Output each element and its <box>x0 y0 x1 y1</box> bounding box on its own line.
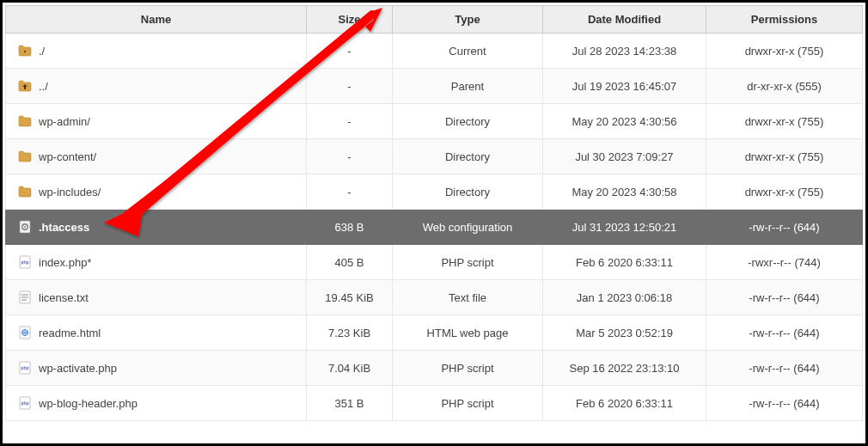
cell-date: Mar 5 2023 0:52:19 <box>543 315 706 351</box>
cell-type: PHP script <box>393 386 543 421</box>
cell-perm: -rw-r--r-- (644) <box>706 386 863 421</box>
file-name: wp-admin/ <box>39 115 90 128</box>
cell-date: Jul 19 2023 16:45:07 <box>543 69 706 104</box>
cell-name[interactable]: wp-content/ <box>6 139 307 174</box>
cell-name[interactable]: .htaccess <box>6 210 307 245</box>
cell-perm: -rw-r--r-- (644) <box>706 315 863 351</box>
col-header-perm[interactable]: Permissions <box>706 6 863 34</box>
cell-type: PHP script <box>393 351 543 386</box>
cell-type: Web configuration <box>393 210 543 245</box>
col-header-name[interactable]: Name <box>6 6 307 34</box>
file-name: ../ <box>39 80 48 93</box>
cell-date: Jan 1 2023 0:06:18 <box>543 280 706 315</box>
table-row[interactable]: wp-includes/-DirectoryMay 20 2023 4:30:5… <box>6 174 863 210</box>
table-row[interactable]: readme.html7.23 KiBHTML web pageMar 5 20… <box>6 315 863 351</box>
cell-size: - <box>307 34 393 69</box>
file-name: readme.html <box>39 327 101 339</box>
php-icon: php <box>18 361 32 375</box>
cell-name[interactable]: wp-includes/ <box>6 174 307 210</box>
cell-date: Feb 6 2020 6:33:11 <box>543 245 706 280</box>
cell-perm: -rwxr--r-- (744) <box>706 245 863 280</box>
cell-type: Text file <box>393 280 543 315</box>
folder-icon <box>18 114 32 128</box>
cell-perm: drwxr-xr-x (755) <box>706 104 863 139</box>
cell-size: 351 B <box>307 386 393 421</box>
table-row[interactable]: phpwp-blog-header.php351 BPHP scriptFeb … <box>6 386 863 421</box>
cell-name[interactable]: license.txt <box>6 280 307 315</box>
table-row[interactable]: ./-CurrentJul 28 2023 14:23:38drwxr-xr-x… <box>6 34 863 69</box>
text-icon <box>18 290 32 304</box>
table-row[interactable]: wp-admin/-DirectoryMay 20 2023 4:30:56dr… <box>6 104 863 139</box>
table-row[interactable]: license.txt19.45 KiBText fileJan 1 2023 … <box>6 280 863 315</box>
col-header-date[interactable]: Date Modified <box>543 6 706 34</box>
cell-size: 638 B <box>307 210 393 245</box>
cell-perm: drwxr-xr-x (755) <box>706 139 863 174</box>
cell-size: 7.04 KiB <box>307 351 393 386</box>
cell-size: 405 B <box>307 245 393 280</box>
col-header-type[interactable]: Type <box>393 6 543 34</box>
gear-file-icon <box>18 220 32 234</box>
file-name: .htaccess <box>39 221 89 234</box>
folder-dot-icon <box>18 44 32 58</box>
cell-perm: -rw-r--r-- (644) <box>706 351 863 386</box>
folder-icon <box>18 185 32 199</box>
cell-date: May 20 2023 4:30:56 <box>543 104 706 139</box>
cell-type: Directory <box>393 174 543 210</box>
svg-text:php: php <box>21 365 28 370</box>
cell-size: - <box>307 104 393 139</box>
cell-size: - <box>307 139 393 174</box>
file-name: wp-activate.php <box>39 362 117 375</box>
php-icon: php <box>18 396 32 410</box>
table-header-row: Name Size Type Date Modified Permissions <box>6 6 863 34</box>
cell-name[interactable]: phpindex.php* <box>6 245 307 280</box>
cell-name[interactable]: ./ <box>6 34 307 69</box>
cell-type: Directory <box>393 104 543 139</box>
cell-size: - <box>307 69 393 104</box>
cell-type: HTML web page <box>393 315 543 351</box>
col-header-size[interactable]: Size <box>307 6 393 34</box>
cell-type: Current <box>393 34 543 69</box>
cell-perm: drwxr-xr-x (755) <box>706 34 863 69</box>
cell-name[interactable]: wp-admin/ <box>6 104 307 139</box>
cell-date: May 20 2023 4:30:58 <box>543 174 706 210</box>
file-name: ./ <box>39 45 45 58</box>
file-list-viewport[interactable]: Name Size Type Date Modified Permissions… <box>5 5 863 441</box>
cell-date: Jul 30 2023 7:09:27 <box>543 139 706 174</box>
html-icon <box>18 326 32 339</box>
cell-name[interactable]: phpwp-blog-header.php <box>6 386 307 421</box>
svg-text:php: php <box>21 260 28 265</box>
cell-perm: drwxr-xr-x (755) <box>706 174 863 210</box>
cell-date: Sep 16 2022 23:13:10 <box>543 351 706 386</box>
cell-date: Feb 6 2020 6:33:11 <box>543 386 706 421</box>
folder-up-icon <box>18 79 32 93</box>
file-table: Name Size Type Date Modified Permissions… <box>5 5 863 421</box>
cell-perm: -rw-r--r-- (644) <box>706 210 863 245</box>
cell-name[interactable]: phpwp-activate.php <box>6 351 307 386</box>
cell-size: - <box>307 174 393 210</box>
table-row[interactable]: phpwp-activate.php7.04 KiBPHP scriptSep … <box>6 351 863 386</box>
file-name: license.txt <box>39 291 89 304</box>
file-name: wp-content/ <box>39 150 96 163</box>
cell-size: 19.45 KiB <box>307 280 393 315</box>
php-icon: php <box>18 255 32 269</box>
file-name: wp-blog-header.php <box>39 397 138 410</box>
cell-name[interactable]: ../ <box>6 69 307 104</box>
cell-date: Jul 31 2023 12:50:21 <box>543 210 706 245</box>
table-row[interactable]: ../-ParentJul 19 2023 16:45:07dr-xr-xr-x… <box>6 69 863 104</box>
table-row[interactable]: wp-content/-DirectoryJul 30 2023 7:09:27… <box>6 139 863 174</box>
cell-size: 7.23 KiB <box>307 315 393 351</box>
table-row[interactable]: .htaccess638 BWeb configurationJul 31 20… <box>6 210 863 245</box>
svg-text:php: php <box>21 400 28 406</box>
cell-name[interactable]: readme.html <box>6 315 307 351</box>
svg-point-0 <box>24 51 26 52</box>
cell-type: Directory <box>393 139 543 174</box>
cell-type: Parent <box>393 69 543 104</box>
cell-perm: dr-xr-xr-x (555) <box>706 69 863 104</box>
cell-date: Jul 28 2023 14:23:38 <box>543 34 706 69</box>
file-name: wp-includes/ <box>39 186 101 199</box>
file-name: index.php* <box>39 256 91 269</box>
cell-type: PHP script <box>393 245 543 280</box>
folder-icon <box>18 150 32 163</box>
table-row[interactable]: phpindex.php*405 BPHP scriptFeb 6 2020 6… <box>6 245 863 280</box>
cell-perm: -rw-r--r-- (644) <box>706 280 863 315</box>
